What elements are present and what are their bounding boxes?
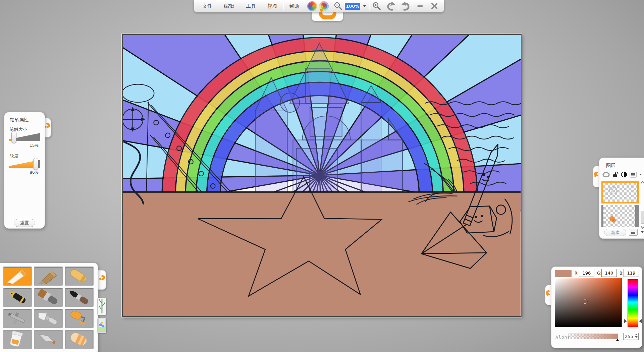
airbrush-icon xyxy=(4,310,31,327)
menu-edit[interactable]: 编辑 xyxy=(219,2,239,11)
brush-size-value: 15% xyxy=(30,143,39,148)
mascot-tab[interactable] xyxy=(312,11,343,21)
green-input[interactable] xyxy=(601,269,617,277)
opacity-icon[interactable] xyxy=(621,171,627,178)
layer-menu-caret[interactable] xyxy=(639,174,642,175)
brush-grid xyxy=(3,267,95,349)
blue-label: B: xyxy=(620,271,624,276)
ground xyxy=(123,192,521,316)
scroll-up-icon xyxy=(640,181,644,184)
scroll-down-icon xyxy=(640,226,644,229)
color-cursor[interactable] xyxy=(583,299,587,304)
tool-fountain-pen[interactable] xyxy=(3,288,32,307)
bamboo-icon xyxy=(98,298,106,315)
app-window: 文件 编辑 工具 视图 帮助 100% xyxy=(0,0,644,352)
crayon-icon xyxy=(66,268,93,285)
scrollbar-thumb[interactable] xyxy=(641,211,644,224)
brush-size-thumb[interactable] xyxy=(11,131,16,143)
zoom-dropdown-caret[interactable] xyxy=(363,5,366,7)
softness-label: 软度 xyxy=(10,153,18,159)
spin-up-icon[interactable] xyxy=(635,334,638,335)
tool-sharp-pencil[interactable] xyxy=(3,267,32,286)
reset-button[interactable]: 重置 xyxy=(14,219,35,227)
toolbar-separator xyxy=(413,2,413,10)
flat-brush-icon xyxy=(35,289,62,306)
brush-panel-handle[interactable] xyxy=(98,270,106,290)
color-picker-panel: R: G: B: Alpha 255 xyxy=(551,267,642,348)
zoom-out-icon xyxy=(334,2,342,10)
tool-crayon[interactable] xyxy=(65,267,94,286)
zoom-level-value[interactable]: 100% xyxy=(345,3,360,10)
blue-input[interactable] xyxy=(624,269,639,277)
alpha-marker-icon[interactable] xyxy=(616,339,619,341)
current-color-swatch xyxy=(555,270,572,277)
tool-palette-knife[interactable] xyxy=(34,309,63,328)
layer-menu-icon[interactable] xyxy=(630,172,637,178)
tool-wooden-pencil[interactable] xyxy=(34,267,63,286)
alpha-slider[interactable] xyxy=(569,334,618,339)
green-label: G: xyxy=(597,271,601,276)
layer-row-1[interactable] xyxy=(601,181,639,203)
ink-brush-icon xyxy=(66,289,93,306)
zoom-out-button[interactable] xyxy=(332,1,344,11)
zoom-in-icon xyxy=(372,2,381,10)
menu-view[interactable]: 视图 xyxy=(263,2,282,11)
pencil-panel-title: 铅笔属性 xyxy=(10,117,29,123)
paint-tube-icon xyxy=(4,331,31,348)
toolbar-separator xyxy=(240,2,240,10)
visibility-icon[interactable] xyxy=(602,172,610,178)
toolbar-separator xyxy=(331,2,331,10)
undo-button[interactable] xyxy=(385,1,397,11)
eraser-icon xyxy=(66,331,93,348)
toolbar-separator xyxy=(398,2,398,10)
layer2-content xyxy=(603,205,635,227)
layer-row-2[interactable] xyxy=(601,205,639,227)
toolbar-separator xyxy=(262,2,262,10)
canvas-artwork xyxy=(123,35,521,316)
tool-eraser[interactable] xyxy=(65,330,94,349)
unlock-icon[interactable] xyxy=(612,171,619,178)
hue-marker-right-icon[interactable] xyxy=(639,319,642,323)
softness-thumb[interactable] xyxy=(33,158,38,170)
zoom-in-button[interactable] xyxy=(371,1,383,11)
menu-tools[interactable]: 工具 xyxy=(241,2,261,11)
hue-bar[interactable] xyxy=(628,279,638,327)
tool-ink-brush[interactable] xyxy=(65,288,94,307)
drawing-canvas[interactable] xyxy=(122,34,522,317)
spin-down-icon[interactable] xyxy=(635,336,638,338)
red-label: R: xyxy=(575,271,579,276)
layers-panel: 图层 新建 xyxy=(599,158,644,239)
undo-icon xyxy=(386,1,396,11)
menu-file[interactable]: 文件 xyxy=(198,2,217,11)
tool-airbrush[interactable] xyxy=(3,309,32,328)
alpha-spinner[interactable]: 255 xyxy=(623,333,639,340)
layers-panel-title: 图层 xyxy=(606,163,615,169)
toolbar-separator xyxy=(283,2,284,10)
picture-template-button[interactable] xyxy=(97,318,106,333)
redo-button[interactable] xyxy=(399,1,412,11)
layers-options-caret[interactable] xyxy=(641,231,644,233)
fountain-pen-icon xyxy=(4,289,31,306)
layers-toolbar xyxy=(602,171,642,178)
handle-dot-icon xyxy=(546,294,548,296)
close-button[interactable] xyxy=(428,1,440,11)
tool-paint-roller[interactable] xyxy=(65,309,94,328)
layers-scrollbar[interactable] xyxy=(640,181,644,228)
new-layer-button[interactable]: 新建 xyxy=(604,229,626,236)
red-input[interactable] xyxy=(579,269,594,277)
tool-paint-tube[interactable] xyxy=(3,330,32,349)
clown-figure-icon[interactable] xyxy=(307,1,317,11)
hue-marker-left-icon[interactable] xyxy=(624,319,627,323)
paint-roller-icon xyxy=(66,310,93,327)
mascot-smile-icon xyxy=(319,12,336,19)
menu-help[interactable]: 帮助 xyxy=(285,2,304,11)
toolbar-separator xyxy=(218,2,218,10)
layers-options-button[interactable] xyxy=(629,229,638,236)
wooden-pencil-icon xyxy=(35,268,62,285)
tool-quill-knife[interactable] xyxy=(34,330,63,349)
bamboo-template-button[interactable] xyxy=(97,298,106,315)
toolbar-separator xyxy=(369,2,370,10)
tool-flat-brush[interactable] xyxy=(34,288,63,307)
saturation-value-field[interactable] xyxy=(555,278,622,327)
minimize-button[interactable] xyxy=(414,1,426,11)
